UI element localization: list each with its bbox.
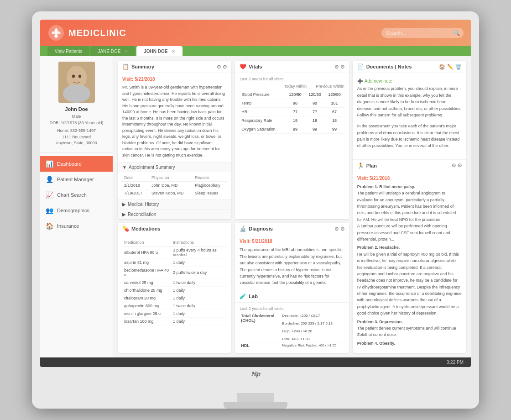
vitals-body: Last 2 years for all visits Today within… (235, 73, 349, 137)
diag-lab-card: 🔬 Diagnosis ⊙ ⊙ Visit: 5/21/2018 The app… (235, 223, 349, 352)
appt-date-1: 2/1/2018 (121, 182, 149, 189)
logo-icon (47, 24, 65, 42)
svg-point-7 (63, 84, 90, 103)
vitals-row-bp: Blood Pressure 120/80 120/80 120/80 (240, 90, 344, 99)
rr-label: Respiratory Rate (240, 116, 285, 125)
tab-john-doe[interactable]: JOHN DOE ✕ (136, 46, 182, 56)
vitals-edit-btn[interactable]: ⊙ (334, 64, 339, 70)
lab-header: 🧪 Lab (235, 290, 349, 303)
demographics-icon: 👥 (46, 207, 53, 214)
vitals-actions: ⊙ ⊙ (334, 64, 344, 70)
monitor-screen: MEDICLINIC View Patients JANE DOE ✕ JOHN… (40, 20, 471, 367)
appt-summary-toggle[interactable]: ▼ Appointment Summary (118, 162, 231, 172)
vitals-prev-col: Previous Within (316, 84, 344, 89)
insurance-icon: 🏠 (46, 222, 53, 230)
vitals-more-btn[interactable]: ⊙ (340, 64, 344, 70)
summary-visit-date: Visit: 5/21/2018 (122, 77, 227, 82)
docs-delete-btn[interactable]: 🗑️ (455, 64, 462, 70)
plan-visit-date: Visit: 5/21/2018 (357, 176, 462, 181)
bp-today: 120/80 (285, 90, 305, 99)
dashboard-icon: 📊 (46, 160, 53, 168)
med-instr-0: 3 puffs every 4 hours as needed (171, 247, 227, 259)
med-row-2: beclomethasone HFA 40 u 2 puffs twice a … (122, 267, 227, 279)
hr-today: 77 (285, 108, 305, 116)
med-name-0: albuterol HFA 90 u (122, 247, 171, 259)
sidebar-item-patient-manager[interactable]: 👤 Patient Manager (40, 172, 113, 187)
lab-hdl-label: HDL (240, 342, 281, 349)
o2-today: 99 (285, 125, 305, 134)
lab-table: Total Cholesterol (CHOL) Desirable: <200… (240, 313, 344, 349)
meds-table: Medication Instructions albuterol HFA 90… (122, 239, 227, 326)
meds-col-instructions: Instructions (171, 239, 227, 247)
vitals-today-col: Today within (284, 84, 307, 89)
vitals-card: ❤️ Vitals ⊙ ⊙ Last 2 years for all visit… (235, 61, 349, 219)
sidebar-item-demographics[interactable]: 👥 Demographics (40, 203, 113, 218)
summary-icon: 📋 (122, 63, 129, 70)
plan-problem-3-text: The patient denies current symptoms and … (357, 325, 462, 338)
temp-prev: 101 (325, 99, 344, 108)
patient-avatar (58, 62, 95, 103)
diag-more-btn[interactable]: ⊙ (340, 226, 344, 232)
appt-table-container: Date Physician Reason 2/1/2018 John Doe,… (118, 172, 231, 199)
vitals-row-hr: HR 77 77 67 (240, 108, 344, 116)
patient-name: John Doe (46, 106, 107, 112)
bp-label: Blood Pressure (240, 90, 285, 99)
plus-icon: ➕ (357, 79, 363, 84)
close-john-tab[interactable]: ✕ (172, 49, 175, 54)
summary-card: 📋 Summary ⊙ ⊙ Visit: 5/21/2018 Mr. Smith… (118, 61, 231, 219)
header-search-input[interactable] (381, 28, 464, 38)
med-name-3: carvediol 25 mg (122, 279, 171, 287)
vitals-col-heads: Today within Previous Within (240, 84, 344, 90)
app-header: MEDICLINIC (40, 20, 471, 46)
tab-jane-doe[interactable]: JANE DOE ✕ (90, 46, 136, 56)
close-jane-tab[interactable]: ✕ (125, 49, 128, 54)
docs-edit-btn[interactable]: ✏️ (447, 64, 454, 70)
docs-card: 📄 Documents | Notes 🏠 ✏️ 🗑️ ➕ Add new no… (353, 61, 466, 352)
plan-more-btn[interactable]: ⊙ (458, 163, 462, 168)
plan-header: 🏃 Plan ⊙ ⊙ (353, 160, 466, 172)
meds-body: Medication Instructions albuterol HFA 90… (118, 235, 231, 329)
med-row-0: albuterol HFA 90 u 3 puffs every 4 hours… (122, 247, 227, 259)
vitals-subtitle: Last 2 years for all visits (240, 77, 344, 81)
add-note-button[interactable]: ➕ Add new note (357, 77, 462, 85)
docs-header: 📄 Documents | Notes 🏠 ✏️ 🗑️ (353, 61, 466, 73)
plan-problem-2-text: He will be given a trial of naproxyn 400… (357, 251, 462, 317)
vitals-row-o2: Oxygen Saturation 99 99 99 (240, 125, 344, 134)
summary-edit-btn[interactable]: ⊙ (217, 64, 221, 70)
sidebar-item-dashboard[interactable]: 📊 Dashboard (40, 156, 113, 172)
sidebar: John Doe Male DOB: 1/2/1978 (39 Years ol… (40, 56, 113, 357)
tab-view-patients[interactable]: View Patients (47, 46, 89, 56)
lab-chol-data: Desirable: <200 / ≤5.17 Borderline: 200-… (281, 313, 344, 342)
hr-mid: 77 (305, 108, 324, 116)
diag-actions: ⊙ ⊙ (334, 226, 344, 232)
summary-more-btn[interactable]: ⊙ (223, 64, 227, 70)
app-title: MEDICLINIC (68, 28, 126, 38)
docs-actions: 🏠 ✏️ 🗑️ (439, 64, 462, 70)
meds-icon: 💊 (122, 226, 129, 232)
sidebar-item-insurance[interactable]: 🏠 Insurance (40, 218, 113, 234)
plan-edit-btn[interactable]: ⊙ (452, 163, 456, 168)
sidebar-item-chart-search[interactable]: 📈 Chart Search (40, 187, 113, 203)
med-instr-4: 1 daily (171, 287, 227, 294)
med-row-6: gabapentin 800 mg 1 twice daily (122, 302, 227, 310)
o2-prev: 99 (325, 125, 344, 134)
search-wrap (381, 28, 464, 38)
med-row-4: chlorthalidone 25 mg 1 daily (122, 287, 227, 294)
plan-problem-2-title: Problem 2. Headache. (357, 244, 462, 251)
appt-physician-1: John Doe, MD (149, 182, 192, 189)
plan-problem-3-title: Problem 3. Depression. (357, 319, 462, 325)
patient-info: Male DOB: 1/2/1978 (39 Years old) Home: … (46, 114, 107, 147)
temp-today: 98 (285, 99, 305, 108)
appt-col-physician: Physician (149, 174, 192, 182)
lab-chol-label: Total Cholesterol (CHOL) (240, 313, 281, 342)
hp-logo: ℍ𝕡 (40, 367, 471, 381)
plan-body: Visit: 5/21/2018 Problem 1. R Iliol nerv… (353, 172, 466, 350)
med-history-toggle[interactable]: ▶ Medical History (118, 199, 231, 209)
docs-home-btn[interactable]: 🏠 (439, 64, 445, 70)
diag-edit-btn[interactable]: ⊙ (334, 226, 339, 232)
lab-hdl-data: Negative Risk Factor: >60 / >1.55 (281, 342, 344, 349)
plan-icon: 🏃 (357, 163, 364, 169)
med-row-8: losartan 100 mg 1 daily (122, 318, 227, 326)
summary-text: Mr. Smith is a 39-year-old gentleman wit… (122, 84, 227, 158)
reconciliation-toggle[interactable]: ▶ Reconciliation (118, 209, 231, 219)
